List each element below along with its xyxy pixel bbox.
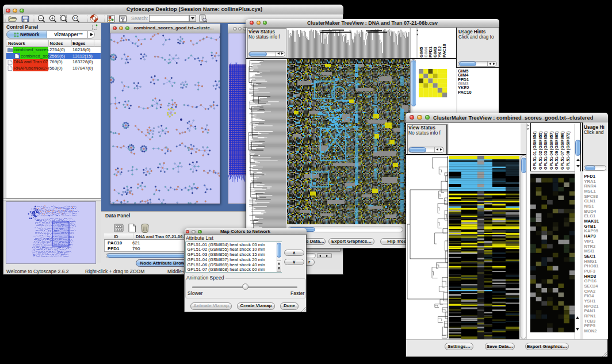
svg-text:1:1: 1:1	[74, 17, 78, 20]
